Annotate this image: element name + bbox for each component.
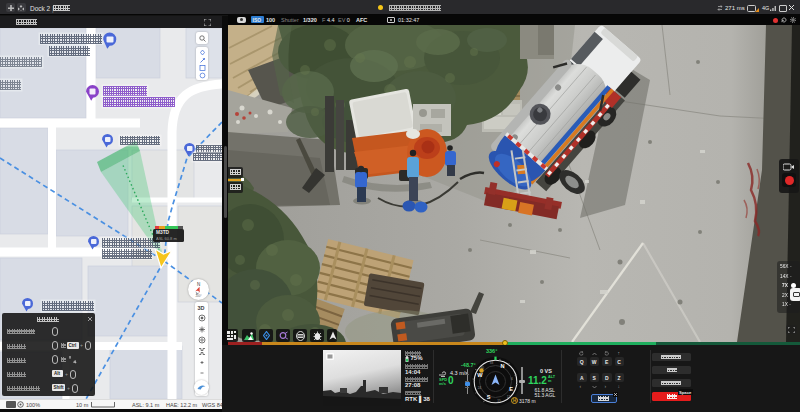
svg-text:6: 6: [511, 377, 513, 381]
svg-text:15: 15: [497, 398, 501, 402]
svg-text:200°: 200°: [195, 294, 202, 298]
svg-text:H: H: [513, 398, 516, 403]
svg-text:N: N: [197, 282, 200, 287]
svg-text:S: S: [487, 394, 491, 400]
svg-text:W: W: [477, 372, 483, 378]
svg-text:12: 12: [507, 395, 511, 399]
svg-text:24: 24: [478, 386, 482, 390]
svg-text:E: E: [509, 385, 513, 391]
svg-text:N: N: [500, 363, 504, 369]
svg-text:33: 33: [490, 361, 494, 365]
